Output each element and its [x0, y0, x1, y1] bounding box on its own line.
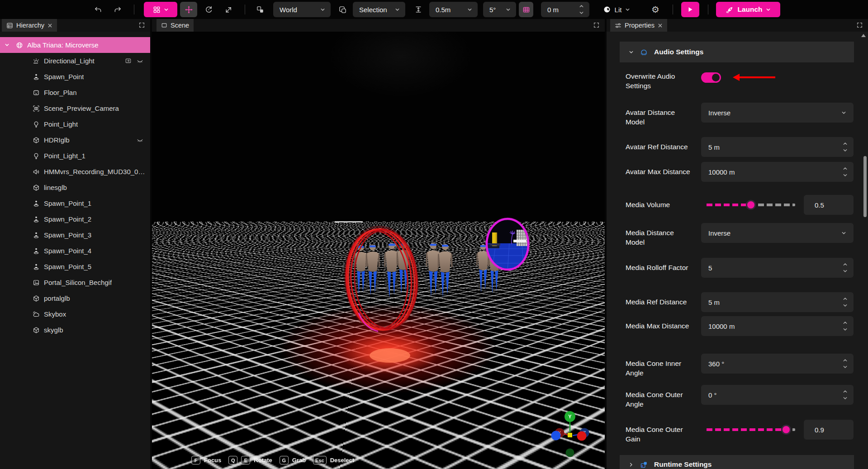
media-distance-model-dropdown[interactable]: Inverse: [701, 223, 854, 243]
chevron-up-icon[interactable]: [843, 166, 848, 171]
bounds-mode-button[interactable]: [335, 2, 350, 17]
chevron-up-icon[interactable]: [843, 320, 848, 325]
gizmo-neg-x-ball[interactable]: [577, 431, 587, 441]
media-cone-outer-gain-value[interactable]: 0.9: [804, 420, 854, 440]
hierarchy-item[interactable]: Point_Light_1: [0, 148, 150, 164]
hierarchy-item-label: Point_Light: [44, 120, 78, 128]
asset-library-button[interactable]: [144, 2, 177, 17]
chevron-down-icon[interactable]: [843, 173, 848, 178]
hierarchy-item[interactable]: Floor_Plan: [0, 85, 150, 100]
hierarchy-item[interactable]: Scene_Preview_Camera: [0, 100, 150, 116]
scale-tool-button[interactable]: [220, 2, 237, 17]
avatar-distance-model-dropdown[interactable]: Inverse: [701, 103, 854, 123]
chevron-down-icon[interactable]: [843, 396, 848, 401]
tab-properties[interactable]: Properties: [610, 19, 667, 32]
hierarchy-item[interactable]: Spawn_Point_1: [0, 195, 150, 211]
chevron-down-icon[interactable]: [843, 148, 848, 153]
gizmo-neg-y-ball[interactable]: [566, 449, 574, 457]
pivot-dropdown[interactable]: Selection: [353, 2, 405, 17]
chevron-up-icon[interactable]: [843, 389, 848, 394]
height-snap-button[interactable]: [411, 2, 426, 17]
overwrite-audio-settings-toggle[interactable]: [701, 72, 721, 83]
chevron-down-icon[interactable]: [843, 327, 848, 332]
tab-scene[interactable]: Scene: [157, 19, 194, 32]
scroll-up-arrow[interactable]: [861, 34, 866, 37]
expand-panel-icon[interactable]: [593, 22, 599, 28]
chevron-down-icon[interactable]: [579, 10, 584, 15]
chevron-up-icon[interactable]: [579, 4, 584, 9]
hierarchy-item[interactable]: Directional_Light: [0, 53, 150, 69]
chevron-up-icon[interactable]: [843, 358, 848, 363]
close-icon[interactable]: [658, 23, 663, 28]
chevron-up-icon[interactable]: [843, 141, 848, 146]
spawn-icon: [33, 232, 40, 239]
chevron-down-icon[interactable]: [843, 303, 848, 308]
hierarchy-item[interactable]: Portal_Silicon_Bechgif: [0, 275, 150, 290]
slider-knob[interactable]: [781, 425, 791, 435]
axis-gizmo[interactable]: X Z Y: [551, 411, 589, 457]
height-value-stepper[interactable]: 0 m: [541, 2, 589, 17]
play-icon: [687, 6, 693, 13]
hierarchy-item[interactable]: HMMvrs_Recording_MUD30_01...: [0, 164, 150, 180]
media-ref-distance-input[interactable]: 5 m: [701, 292, 854, 312]
eye-off-icon[interactable]: [137, 57, 143, 64]
frame-icon[interactable]: [125, 57, 132, 64]
avatar-max-distance-input[interactable]: 10000 m: [701, 162, 854, 182]
property-label: Media Cone Outer Angle: [626, 390, 691, 409]
snap-grid-toggle[interactable]: [519, 2, 533, 17]
hierarchy-item[interactable]: portalglb: [0, 290, 150, 306]
chevron-down-icon: [467, 7, 472, 12]
expand-panel-icon[interactable]: [857, 22, 863, 28]
media-cone-inner-angle-input[interactable]: 360 °: [701, 354, 854, 374]
hierarchy-item[interactable]: skyglb: [0, 322, 150, 338]
slider-value: 0.9: [804, 426, 824, 434]
audio-settings-header[interactable]: Audio Settings: [620, 42, 854, 62]
cube-icon: [33, 184, 40, 191]
hierarchy-item[interactable]: Point_Light: [0, 116, 150, 132]
chevron-up-icon[interactable]: [843, 262, 848, 267]
chevron-down-icon[interactable]: [843, 269, 848, 274]
launch-button[interactable]: Launch: [716, 2, 780, 17]
hierarchy-item[interactable]: Spawn_Point_4: [0, 243, 150, 259]
hierarchy-item[interactable]: linesglb: [0, 180, 150, 195]
move-tool-button[interactable]: [180, 2, 197, 17]
media-volume-slider[interactable]: [707, 204, 795, 206]
avatar-ref-distance-input[interactable]: 5 m: [701, 137, 854, 157]
play-button[interactable]: [681, 2, 699, 17]
rotate-tool-button[interactable]: [200, 2, 217, 17]
media-rolloff-factor-input[interactable]: 5: [701, 258, 854, 278]
hierarchy-item[interactable]: Spawn_Point_5: [0, 259, 150, 275]
hierarchy-item[interactable]: Spawn_Point_2: [0, 211, 150, 227]
chevron-down-icon[interactable]: [5, 43, 9, 47]
redo-button[interactable]: [109, 2, 126, 17]
chevron-up-icon[interactable]: [843, 296, 848, 301]
gizmo-center[interactable]: [568, 433, 572, 437]
chevron-down-icon[interactable]: [843, 365, 848, 370]
expand-panel-icon[interactable]: [139, 22, 145, 28]
close-icon[interactable]: [47, 23, 52, 28]
undo-button[interactable]: [90, 2, 106, 17]
move-snap-dropdown[interactable]: 0.5m: [429, 2, 478, 17]
hierarchy-item[interactable]: Skybox: [0, 306, 150, 322]
media-cone-outer-angle-input[interactable]: 0 °: [701, 385, 854, 405]
settings-button[interactable]: ⚙: [647, 2, 664, 17]
transform-space-button[interactable]: [251, 2, 269, 17]
hierarchy-item[interactable]: Alba Triana: Microverse: [0, 37, 150, 53]
hint-label: Deselect: [330, 457, 354, 464]
eye-off-icon[interactable]: [137, 137, 143, 143]
world-space-dropdown[interactable]: World: [273, 2, 331, 17]
media-max-distance-input[interactable]: 10000 m: [701, 316, 854, 336]
hierarchy-item[interactable]: Spawn_Point: [0, 69, 150, 85]
tab-hierarchy[interactable]: Hierarchy: [2, 19, 57, 32]
gizmo-neg-z-ball[interactable]: [551, 431, 561, 441]
scrollbar-thumb[interactable]: [863, 156, 867, 217]
hierarchy-item[interactable]: HDRIglb: [0, 132, 150, 148]
scene-viewport[interactable]: X Z Y FFocusQERotateGGrabEscDeselect: [152, 32, 605, 469]
slider-knob[interactable]: [746, 200, 756, 210]
hierarchy-item[interactable]: Spawn_Point_3: [0, 227, 150, 243]
rotate-snap-dropdown[interactable]: 5°: [483, 2, 516, 17]
media-cone-outer-gain-slider[interactable]: [707, 428, 795, 431]
shading-mode-dropdown[interactable]: Lit: [597, 2, 636, 17]
media-volume-value[interactable]: 0.5: [804, 195, 854, 215]
runtime-settings-header[interactable]: Runtime Settings: [620, 455, 854, 469]
